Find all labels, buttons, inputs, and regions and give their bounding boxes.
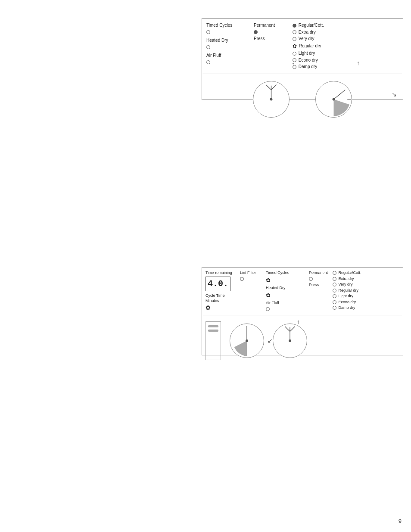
press-label: Press bbox=[254, 35, 293, 42]
col-timed-cycles-2: Timed Cycles ✿ Heated Dry ✿ Air Fluff bbox=[266, 270, 309, 312]
heated-circle bbox=[206, 45, 210, 49]
bottom-dial-left bbox=[230, 324, 264, 358]
lint-filter-label: Lint Filter bbox=[240, 270, 266, 276]
time-display: 4.0. bbox=[206, 277, 230, 291]
press-label-2: Press bbox=[309, 282, 333, 288]
option-circle-very-dry bbox=[293, 37, 296, 41]
b-circle-very-dry bbox=[333, 283, 336, 286]
svg-line-10 bbox=[285, 327, 290, 332]
bottom-divider bbox=[202, 315, 403, 315]
permanent-label-2: Permanent bbox=[309, 270, 333, 276]
b-option-light-dry: Light dry bbox=[333, 293, 399, 299]
svg-point-3 bbox=[270, 98, 273, 101]
bottom-dial-area bbox=[202, 317, 403, 364]
permanent-label: Permanent bbox=[254, 22, 293, 29]
b-option-extra-dry: Extra dry bbox=[333, 276, 399, 282]
b-arrow-left: ↙ bbox=[268, 337, 273, 344]
air-fluff-label-2: Air Fluff bbox=[266, 300, 309, 306]
col-dry-options: Regular/Cott. Extra dry Very dry ✿ Regul… bbox=[293, 22, 399, 70]
arrow-bottom-right-down: ↘ bbox=[392, 91, 397, 98]
top-controls: Timed Cycles Heated Dry Air Fluff Perman… bbox=[202, 19, 403, 72]
b-circle-regular-cott bbox=[333, 271, 336, 275]
gear-icon-heated: ✿ bbox=[266, 291, 271, 300]
timed-cycles-label-2: Timed Cycles bbox=[266, 270, 309, 276]
option-regular-dry: ✿ Regular dry bbox=[293, 42, 399, 50]
option-circle-light-dry bbox=[293, 52, 296, 56]
top-dial-right bbox=[315, 81, 352, 118]
time-remaining-label: Time remaining bbox=[206, 270, 240, 276]
perm-circle-2 bbox=[309, 277, 313, 281]
bottom-diagram: Time remaining 4.0. Cycle TimeMinutes ✿ … bbox=[202, 267, 403, 355]
b-option-very-dry: Very dry bbox=[333, 282, 399, 288]
b-circle-econo-dry bbox=[333, 300, 336, 304]
top-divider bbox=[202, 74, 403, 74]
control-bar-1 bbox=[208, 325, 218, 327]
timed-cycles-label: Timed Cycles bbox=[206, 22, 254, 29]
option-very-dry: Very dry bbox=[293, 35, 399, 42]
col-permanent: Permanent Press bbox=[254, 22, 293, 70]
air-fluff-circle bbox=[206, 60, 210, 64]
gear-icon-timed: ✿ bbox=[266, 276, 271, 285]
gear-icon-regular-dry: ✿ bbox=[293, 42, 297, 50]
b-circle-regular-dry bbox=[333, 289, 336, 292]
col-timed-cycles: Timed Cycles Heated Dry Air Fluff bbox=[206, 22, 254, 70]
option-circle-regular-cott bbox=[293, 24, 296, 28]
b-option-regular-cott: Regular/Cott. bbox=[333, 270, 399, 276]
svg-line-2 bbox=[271, 85, 277, 90]
timed-circle bbox=[206, 30, 210, 34]
col-lint-filter: Lint Filter bbox=[240, 270, 266, 312]
svg-line-1 bbox=[266, 85, 271, 90]
b-circle-extra-dry bbox=[333, 277, 336, 281]
top-dial-area bbox=[202, 76, 403, 123]
bottom-dial-right bbox=[273, 324, 307, 358]
svg-line-4 bbox=[334, 90, 346, 100]
heated-dry-label: Heated Dry bbox=[206, 37, 254, 44]
b-circle-damp-dry bbox=[333, 306, 336, 310]
arrow-top-center: ↑ bbox=[292, 61, 295, 68]
page-number: 9 bbox=[399, 518, 402, 524]
heated-dry-label-2: Heated Dry bbox=[266, 285, 309, 291]
top-diagram: Timed Cycles Heated Dry Air Fluff Perman… bbox=[202, 18, 403, 100]
option-econo-dry: Econo dry bbox=[293, 57, 399, 64]
b-option-regular-dry: Regular dry bbox=[333, 288, 399, 294]
svg-line-11 bbox=[290, 327, 295, 332]
perm-circle-filled bbox=[254, 30, 258, 34]
col-dry-options-2: Regular/Cott. Extra dry Very dry Regular… bbox=[333, 270, 399, 312]
lint-circle bbox=[240, 277, 244, 281]
b-circle-light-dry bbox=[333, 294, 336, 298]
option-regular-cott: Regular/Cott. bbox=[293, 22, 399, 29]
bottom-controls: Time remaining 4.0. Cycle TimeMinutes ✿ … bbox=[202, 268, 403, 313]
gear-icon-cycle: ✿ bbox=[206, 304, 211, 312]
b-option-damp-dry: Damp dry bbox=[333, 305, 399, 311]
svg-point-8 bbox=[246, 339, 248, 342]
col-permanent-2: Permanent Press bbox=[309, 270, 333, 312]
control-box bbox=[206, 321, 221, 360]
option-circle-extra-dry bbox=[293, 30, 296, 34]
option-damp-dry: Damp dry bbox=[293, 63, 399, 70]
b-option-econo-dry: Econo dry bbox=[333, 299, 399, 305]
air-fluff-circle-2 bbox=[266, 307, 270, 311]
svg-point-5 bbox=[333, 98, 335, 101]
air-fluff-label: Air Fluff bbox=[206, 52, 254, 59]
option-extra-dry: Extra dry bbox=[293, 29, 399, 36]
control-bar-2 bbox=[208, 330, 218, 332]
top-dial-left bbox=[253, 81, 290, 118]
cycle-time-label: Cycle TimeMinutes ✿ bbox=[206, 293, 240, 312]
svg-point-12 bbox=[289, 339, 291, 342]
col-time-remaining: Time remaining 4.0. Cycle TimeMinutes ✿ bbox=[206, 270, 240, 312]
option-light-dry: Light dry bbox=[293, 50, 399, 57]
arrow-top-right-up: ↑ bbox=[357, 59, 360, 66]
